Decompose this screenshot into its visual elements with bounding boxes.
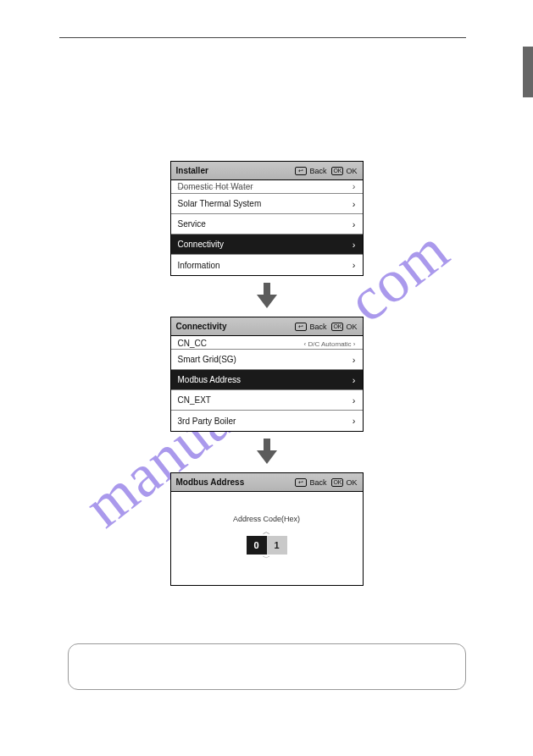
digit-1[interactable]: 1	[267, 536, 287, 555]
connectivity-header: Connectivity ↩ Back OK OK	[171, 317, 363, 336]
ok-icon: OK	[331, 167, 343, 175]
row-smartgrid-label: Smart Grid(SG)	[178, 355, 236, 364]
page-side-tab	[523, 47, 533, 97]
row-information[interactable]: Information ›	[171, 255, 363, 275]
address-code-label: Address Code(Hex)	[233, 515, 300, 523]
ok-icon: OK	[331, 478, 343, 487]
chevron-right-icon: ›	[353, 260, 356, 270]
connectivity-panel: Connectivity ↩ Back OK OK CN_CC ‹ D/C Au…	[170, 317, 364, 432]
row-service[interactable]: Service ›	[171, 214, 363, 235]
chevron-right-icon: ›	[353, 181, 356, 191]
row-cnext-label: CN_EXT	[178, 395, 211, 405]
row-connectivity-label: Connectivity	[178, 240, 224, 249]
row-information-label: Information	[178, 261, 220, 270]
installer-header: Installer ↩ Back OK OK	[171, 162, 363, 180]
row-modbus[interactable]: Modbus Address ›	[171, 370, 363, 390]
row-cncc-label: CN_CC	[178, 339, 207, 348]
modbus-body: Address Code(Hex) ︿ 0 1 ﹀	[171, 492, 363, 585]
address-spinner[interactable]: ︿ 0 1 ﹀	[247, 528, 287, 562]
row-thirdparty[interactable]: 3rd Party Boiler ›	[171, 411, 363, 431]
back-icon: ↩	[295, 478, 307, 487]
arrow-down-icon	[255, 439, 279, 464]
chevron-right-icon: ›	[353, 355, 356, 365]
ok-icon: OK	[331, 323, 343, 331]
back-icon: ↩	[295, 167, 307, 175]
modbus-header: Modbus Address ↩ Back OK OK	[171, 473, 363, 492]
chevron-right-icon: ›	[353, 375, 356, 385]
row-modbus-label: Modbus Address	[178, 375, 242, 384]
row-dhw-label: Domestic Hot Water	[178, 182, 253, 191]
ok-button[interactable]: OK OK	[331, 478, 357, 487]
digit-0[interactable]: 0	[247, 536, 267, 555]
ok-button[interactable]: OK OK	[331, 167, 357, 175]
row-cncc-sub: ‹ D/C Automatic ›	[304, 340, 356, 348]
page-top-rule	[59, 37, 466, 38]
note-box	[68, 643, 466, 690]
caret-down-icon[interactable]: ﹀	[263, 555, 270, 562]
back-label: Back	[309, 478, 326, 487]
row-solar[interactable]: Solar Thermal System ›	[171, 194, 363, 214]
row-cnext[interactable]: CN_EXT ›	[171, 390, 363, 411]
ok-label: OK	[346, 323, 357, 331]
row-cncc[interactable]: CN_CC ‹ D/C Automatic ›	[171, 336, 363, 350]
row-connectivity[interactable]: Connectivity ›	[171, 235, 363, 255]
back-icon: ↩	[295, 323, 307, 331]
row-service-label: Service	[178, 219, 206, 229]
panel-stack: Installer ↩ Back OK OK Domestic Hot Wate…	[0, 161, 533, 586]
chevron-right-icon: ›	[353, 395, 356, 406]
installer-title: Installer	[176, 166, 291, 175]
row-thirdparty-label: 3rd Party Boiler	[178, 417, 236, 426]
chevron-right-icon: ›	[353, 416, 356, 426]
address-digits: 0 1	[247, 536, 287, 555]
back-button[interactable]: ↩ Back	[295, 167, 326, 175]
ok-button[interactable]: OK OK	[331, 323, 357, 331]
connectivity-title: Connectivity	[176, 322, 291, 331]
caret-up-icon[interactable]: ︿	[263, 528, 270, 536]
back-label: Back	[309, 323, 326, 331]
chevron-right-icon: ›	[353, 240, 356, 250]
back-button[interactable]: ↩ Back	[295, 478, 326, 487]
ok-label: OK	[346, 167, 357, 175]
row-smartgrid[interactable]: Smart Grid(SG) ›	[171, 350, 363, 370]
row-solar-label: Solar Thermal System	[178, 199, 262, 208]
arrow-down-icon	[255, 283, 279, 308]
modbus-title: Modbus Address	[176, 477, 291, 487]
ok-label: OK	[346, 478, 357, 487]
back-label: Back	[309, 167, 326, 175]
modbus-panel: Modbus Address ↩ Back OK OK Address Code…	[170, 472, 364, 586]
back-button[interactable]: ↩ Back	[295, 323, 326, 331]
row-dhw[interactable]: Domestic Hot Water ›	[171, 180, 363, 194]
chevron-right-icon: ›	[353, 219, 356, 229]
chevron-right-icon: ›	[353, 199, 356, 209]
installer-panel: Installer ↩ Back OK OK Domestic Hot Wate…	[170, 161, 364, 276]
